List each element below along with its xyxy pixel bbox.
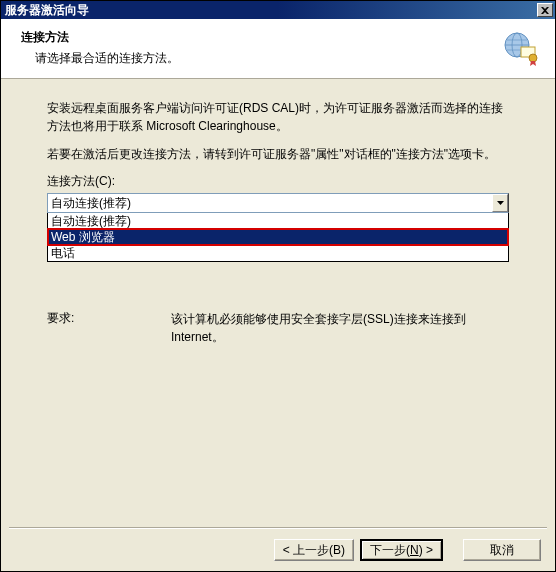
combo-selected-text: 自动连接(推荐) bbox=[51, 195, 131, 212]
next-button[interactable]: 下一步(N) > bbox=[360, 539, 443, 561]
titlebar: 服务器激活向导 bbox=[1, 1, 555, 19]
requirements-text: 该计算机必须能够使用安全套接字层(SSL)连接来连接到 Internet。 bbox=[171, 310, 509, 346]
combo-label: 连接方法(C): bbox=[47, 173, 509, 190]
combo-option-phone[interactable]: 电话 bbox=[48, 245, 508, 261]
header-text-block: 连接方法 请选择最合适的连接方法。 bbox=[21, 29, 503, 67]
svg-point-6 bbox=[529, 54, 537, 62]
close-icon bbox=[541, 7, 549, 14]
button-bar: < 上一步(B) 下一步(N) > 取消 bbox=[274, 539, 541, 561]
window-title: 服务器激活向导 bbox=[5, 2, 89, 19]
content-area: 安装远程桌面服务客户端访问许可证(RDS CAL)时，为许可证服务器激活而选择的… bbox=[1, 79, 555, 346]
chevron-down-icon bbox=[497, 201, 504, 205]
info-paragraph-2: 若要在激活后更改连接方法，请转到许可证服务器"属性"对话框的"连接方法"选项卡。 bbox=[47, 145, 509, 163]
info-paragraph-1: 安装远程桌面服务客户端访问许可证(RDS CAL)时，为许可证服务器激活而选择的… bbox=[47, 99, 509, 135]
combo-option-web[interactable]: Web 浏览器 bbox=[48, 229, 508, 245]
combo-dropdown-list: 自动连接(推荐) Web 浏览器 电话 bbox=[47, 213, 509, 262]
combo-option-auto[interactable]: 自动连接(推荐) bbox=[48, 213, 508, 229]
certificate-icon bbox=[503, 31, 539, 67]
header-title: 连接方法 bbox=[21, 29, 503, 46]
cancel-button[interactable]: 取消 bbox=[463, 539, 541, 561]
close-button[interactable] bbox=[537, 3, 553, 17]
requirements-row: 要求: 该计算机必须能够使用安全套接字层(SSL)连接来连接到 Internet… bbox=[47, 310, 509, 346]
wizard-header: 连接方法 请选择最合适的连接方法。 bbox=[1, 19, 555, 79]
back-button[interactable]: < 上一步(B) bbox=[274, 539, 354, 561]
button-separator bbox=[9, 527, 547, 529]
connection-method-combo[interactable]: 自动连接(推荐) bbox=[47, 193, 509, 213]
requirements-label: 要求: bbox=[47, 310, 171, 346]
header-subtitle: 请选择最合适的连接方法。 bbox=[35, 50, 503, 67]
combo-dropdown-button[interactable] bbox=[492, 194, 508, 212]
